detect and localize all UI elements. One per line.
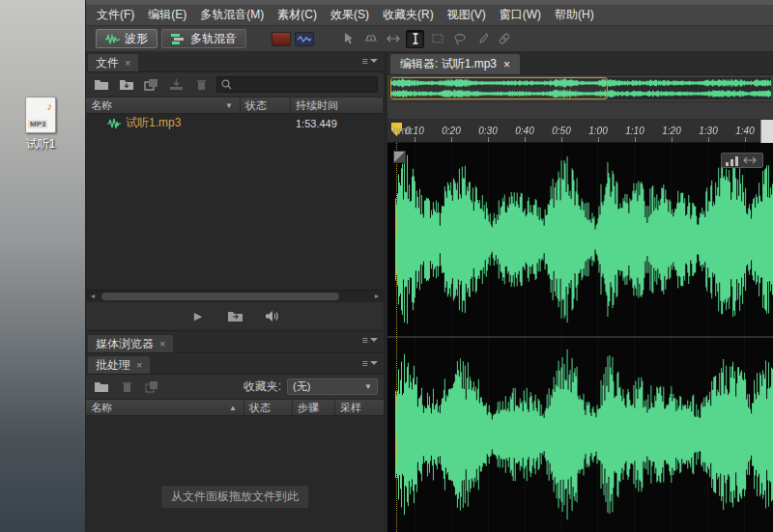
batch-column-step[interactable]: 步骤: [293, 400, 335, 415]
mp3-file-icon: ♪ MP3: [25, 97, 56, 133]
desktop-icon-mp3[interactable]: ♪ MP3 试听1: [10, 97, 72, 153]
batch-column-name-label: 名称: [91, 401, 112, 415]
file-duration-cell: 1:53.449: [291, 118, 384, 129]
move-tool-button[interactable]: [339, 30, 358, 48]
new-content-button[interactable]: [142, 76, 161, 94]
batch-drop-area[interactable]: 从文件面板拖放文件到此: [86, 416, 384, 532]
stacked-items-icon: [144, 78, 158, 91]
files-tab-close-icon[interactable]: ×: [125, 57, 130, 69]
auto-play-button[interactable]: [260, 307, 283, 326]
scrollbar-thumb[interactable]: [101, 293, 339, 300]
file-name-label: 试听1.mp3: [126, 115, 181, 131]
batch-tab-close-icon[interactable]: ×: [136, 359, 142, 371]
timeline-tick: 0:10: [415, 137, 415, 142]
menu-file[interactable]: 文件(F): [90, 7, 141, 23]
panel-menu-lines: ≡: [362, 56, 368, 66]
loop-playback-button[interactable]: [223, 307, 246, 326]
batch-toolbar: 收藏夹: (无) ▼: [86, 375, 384, 400]
batch-open-folder-button[interactable]: [92, 378, 111, 396]
menu-view[interactable]: 视图(V): [441, 7, 493, 23]
tab-batch-process[interactable]: 批处理 ×: [87, 355, 151, 374]
files-horizontal-scrollbar[interactable]: ◄ ►: [86, 290, 384, 301]
media-browser-tabbar: 媒体浏览器 × ≡: [86, 331, 384, 352]
panel-menu-lines: ≡: [362, 335, 368, 345]
insert-into-multitrack-button[interactable]: [166, 76, 186, 94]
column-status[interactable]: 状态: [241, 98, 291, 113]
editor-spacer: [387, 102, 773, 120]
menu-favorites[interactable]: 收藏夹(R): [376, 7, 441, 23]
delete-file-button[interactable]: [191, 76, 211, 94]
menu-window[interactable]: 窗口(W): [493, 7, 548, 23]
favorites-dropdown[interactable]: (无) ▼: [287, 378, 378, 395]
timeline-tick: 0:20: [451, 137, 452, 142]
column-duration[interactable]: 持续时间: [291, 98, 384, 113]
media-browser-panel-menu-icon[interactable]: ≡: [362, 335, 378, 345]
multitrack-icon: [171, 34, 186, 44]
panel-menu-triangle: [370, 338, 378, 342]
batch-duplicate-button[interactable]: [142, 378, 161, 396]
paintbrush-selection-tool-button[interactable]: [472, 30, 491, 48]
time-selection-tool-button[interactable]: [406, 30, 424, 48]
menu-multitrack[interactable]: 多轨混音(M): [193, 7, 271, 23]
menu-edit[interactable]: 编辑(E): [141, 7, 193, 23]
slip-tool-button[interactable]: [384, 30, 402, 48]
tab-files[interactable]: 文件 ×: [87, 53, 139, 71]
batch-column-status[interactable]: 状态: [244, 400, 293, 415]
marquee-selection-tool-button[interactable]: [428, 30, 446, 48]
file-row[interactable]: 试听1.mp3 1:53.449: [86, 114, 384, 132]
clip-gain-icon[interactable]: [393, 151, 406, 163]
time-selection-icon: [409, 32, 422, 45]
tab-media-browser[interactable]: 媒体浏览器 ×: [87, 334, 174, 352]
desktop-background: ♪ MP3 试听1: [0, 0, 85, 532]
tab-editor[interactable]: 编辑器: 试听1.mp3 ×: [389, 53, 521, 74]
sort-indicator-icon: ▼: [225, 101, 235, 110]
menu-effects[interactable]: 效果(S): [324, 7, 376, 23]
slip-tool-icon: [386, 32, 400, 45]
spot-healing-brush-icon: [498, 32, 511, 45]
scroll-right-icon[interactable]: ►: [370, 291, 384, 302]
batch-column-samplerate[interactable]: 采样: [335, 400, 384, 415]
search-input[interactable]: [236, 79, 373, 91]
files-transport-bar: ▶: [86, 301, 384, 330]
waveform-view-button[interactable]: 波形: [96, 29, 157, 48]
batch-delete-button[interactable]: [117, 378, 136, 396]
multitrack-view-button[interactable]: 多轨混音: [161, 29, 246, 48]
editor-tab-close-icon[interactable]: ×: [503, 58, 510, 71]
batch-panel-menu-icon[interactable]: ≡: [362, 358, 378, 368]
trash-icon: [121, 380, 133, 393]
spot-healing-brush-tool-button[interactable]: [495, 30, 513, 48]
batch-tab-label: 批处理: [96, 357, 130, 374]
waveform-view-label: 波形: [125, 31, 148, 47]
files-tabbar: 文件 × ≡: [86, 52, 384, 72]
column-name[interactable]: 名称 ▼: [86, 98, 241, 113]
waveform-canvas[interactable]: [387, 143, 773, 532]
scroll-left-icon[interactable]: ◄: [86, 291, 100, 302]
speaker-icon: [265, 310, 279, 322]
panel-menu-triangle: [370, 361, 378, 365]
open-folder-icon: [94, 380, 109, 393]
view-range-box[interactable]: [390, 77, 608, 99]
batch-tabbar: 批处理 × ≡: [86, 354, 384, 375]
files-panel-menu-icon[interactable]: ≡: [362, 56, 378, 66]
spectral-frequency-display-button[interactable]: [272, 32, 291, 46]
batch-column-name[interactable]: 名称 ▲: [86, 400, 244, 415]
import-file-button[interactable]: [117, 76, 136, 94]
menu-clip[interactable]: 素材(C): [271, 7, 324, 23]
desktop-icon-label: 试听1: [10, 136, 72, 153]
file-name-cell: 试听1.mp3: [86, 115, 241, 131]
zoom-navigate-widget[interactable]: [721, 153, 763, 168]
media-browser-tab-close-icon[interactable]: ×: [159, 338, 165, 350]
batch-process-panel: 批处理 × ≡: [86, 354, 384, 532]
timeline-tick: 0:50: [561, 137, 562, 142]
razor-tool-button[interactable]: [361, 30, 380, 48]
scrollbar-track[interactable]: [100, 291, 370, 301]
waveform-display: [387, 143, 773, 532]
audio-file-icon: [107, 118, 121, 129]
menu-help[interactable]: 帮助(H): [548, 7, 601, 23]
insert-tray-icon: [169, 78, 184, 91]
open-file-button[interactable]: [92, 76, 111, 94]
timeline-ruler[interactable]: hms 0:10 0:20 0:30 0:40 0:50 1:00 1:10 1…: [387, 120, 773, 143]
spectral-pitch-display-button[interactable]: [295, 32, 314, 46]
lasso-selection-tool-button[interactable]: [450, 30, 469, 48]
play-button[interactable]: ▶: [186, 307, 210, 326]
